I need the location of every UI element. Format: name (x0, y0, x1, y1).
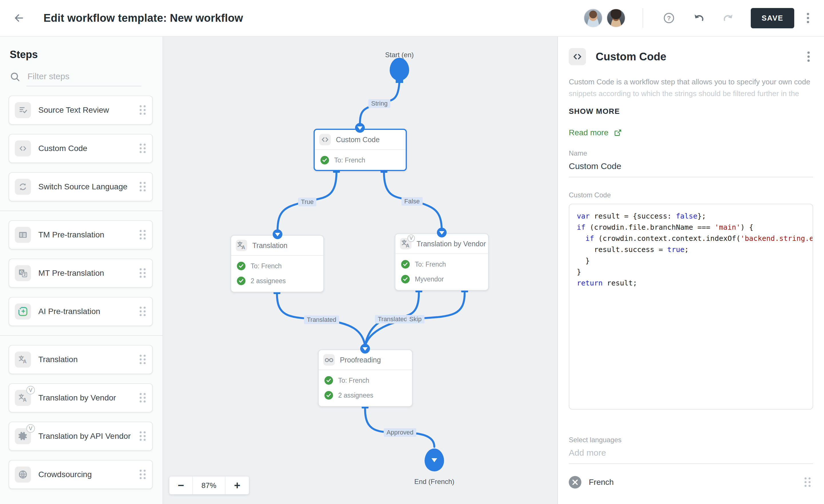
description-line: snippets according to which the strings … (569, 88, 813, 100)
node-title: Translation by Vendor (417, 240, 486, 248)
code-line: if (crowdin.file.branchName === 'main') … (577, 222, 805, 233)
node-row-text: 2 assignees (338, 392, 373, 399)
name-input[interactable] (569, 160, 813, 177)
help-button[interactable]: ? (658, 7, 680, 29)
edge-label-string: String (368, 99, 390, 108)
drag-handle-icon[interactable] (140, 105, 146, 115)
edge-proofreading-approved (365, 409, 434, 447)
check-circle-icon (324, 376, 333, 385)
redo-button[interactable] (718, 7, 739, 29)
workflow-canvas[interactable]: Start (en) End (French) String True Fals… (163, 36, 557, 504)
step-card-crowdsourcing[interactable]: Crowdsourcing (9, 460, 153, 489)
code-line: if (crowdin.context.context.indexOf('bac… (577, 233, 805, 244)
drag-handle-icon[interactable] (140, 268, 146, 278)
node-row-text: Myvendor (415, 276, 444, 283)
node-row-text: To: French (334, 157, 366, 164)
start-node[interactable] (390, 58, 409, 81)
code-icon (15, 140, 31, 157)
read-more-label: Read more (569, 128, 609, 137)
steps-sidebar: Steps Source Text ReviewCustom CodeSwitc… (0, 36, 163, 504)
step-group-divider (0, 335, 163, 336)
read-more-link[interactable]: Read more (569, 128, 622, 137)
step-card-mt-pre-translation[interactable]: GMT Pre-translation (9, 259, 153, 288)
end-node[interactable] (425, 448, 444, 471)
save-button[interactable]: SAVE (751, 8, 794, 28)
node-input-pin[interactable] (355, 123, 365, 133)
more-options-button[interactable] (807, 13, 809, 23)
step-card-custom-code[interactable]: Custom Code (9, 134, 153, 163)
filter-steps-input[interactable] (26, 69, 141, 86)
collaborator-avatar[interactable] (607, 9, 625, 27)
external-link-icon (613, 128, 622, 137)
list-check-icon (15, 102, 31, 118)
step-card-translation[interactable]: ATranslation (9, 345, 153, 374)
step-label: AI Pre-translation (38, 307, 100, 316)
node-input-pin[interactable] (360, 344, 370, 354)
description-line: Custom Code is a workflow step that allo… (569, 76, 813, 88)
toolbar-divider (643, 8, 643, 28)
edge-label-translated: Translated (375, 315, 410, 323)
step-card-translation-by-vendor[interactable]: AVTranslation by Vendor (9, 383, 153, 412)
node-title: Proofreading (340, 356, 381, 364)
node-title: Translation (252, 241, 288, 250)
check-circle-icon (324, 391, 333, 400)
node-input-pin[interactable] (273, 229, 282, 239)
node-custom-code[interactable]: Custom CodeTo: French (314, 129, 407, 171)
undo-icon (693, 12, 705, 24)
node-row-text: To: French (338, 377, 370, 384)
topbar: Edit workflow template: New workflow ? S (0, 0, 824, 36)
step-card-switch-source-language[interactable]: Switch Source Language (9, 172, 153, 201)
edge-label-approved: Approved (384, 428, 416, 437)
show-more-button[interactable]: SHOW MORE (569, 107, 620, 116)
code-icon (569, 48, 586, 65)
collaborator-avatar[interactable] (584, 9, 603, 27)
node-header: Custom Code (315, 130, 406, 150)
code-line: } (577, 266, 805, 278)
check-circle-icon (401, 275, 410, 284)
svg-text:A: A (23, 397, 27, 403)
node-translation[interactable]: ATranslationTo: French2 assignees (231, 235, 324, 292)
canvas-zoom-control: − 87% + (169, 477, 249, 494)
drag-handle-icon[interactable] (140, 431, 146, 441)
end-node-label: End (French) (414, 478, 454, 486)
node-input-pin[interactable] (437, 228, 447, 237)
drag-handle-icon[interactable] (140, 307, 146, 316)
drag-handle-icon[interactable] (805, 477, 811, 487)
tm-card-icon (15, 227, 31, 243)
code-line: return result; (577, 278, 805, 289)
node-body: To: French2 assignees (319, 370, 412, 403)
vendor-badge: V (26, 424, 35, 433)
node-body: To: French2 assignees (231, 256, 323, 288)
drag-handle-icon[interactable] (140, 355, 146, 365)
drag-handle-icon[interactable] (140, 470, 146, 479)
step-card-translation-by-api-vendor[interactable]: VTranslation by API Vendor (9, 422, 153, 451)
step-card-tm-pre-translation[interactable]: TM Pre-translation (9, 220, 153, 249)
undo-button[interactable] (688, 7, 710, 29)
add-language-input[interactable] (569, 447, 813, 464)
workflow-editor-app: Edit workflow template: New workflow ? S (0, 0, 824, 504)
step-card-ai-pre-translation[interactable]: AI Pre-translation (9, 297, 153, 326)
selected-language-row: French (569, 473, 813, 492)
drag-handle-icon[interactable] (140, 393, 146, 403)
vendor-badge: V (26, 386, 35, 394)
remove-language-button[interactable] (569, 476, 581, 489)
zoom-out-button[interactable]: − (169, 477, 193, 494)
panel-options-button[interactable] (807, 52, 810, 62)
select-languages-label: Select languages (569, 436, 813, 444)
node-status-row: To: French (315, 153, 406, 168)
step-card-source-text-review[interactable]: Source Text Review (9, 96, 153, 125)
node-translation-by-vendor[interactable]: AVTranslation by VendorTo: FrenchMyvendo… (395, 233, 489, 291)
step-label: Translation by Vendor (38, 393, 116, 402)
drag-handle-icon[interactable] (140, 230, 146, 240)
custom-code-editor[interactable]: var result = {success: false};if (crowdi… (569, 204, 813, 410)
drag-handle-icon[interactable] (140, 143, 146, 153)
node-proofreading[interactable]: ProofreadingTo: French2 assignees (318, 349, 413, 407)
workflow-edges (163, 36, 557, 504)
back-button[interactable] (7, 7, 30, 29)
code-line: var result = {success: false}; (577, 210, 805, 222)
zoom-in-button[interactable]: + (225, 477, 249, 494)
edge-label-false: False (401, 197, 423, 206)
drag-handle-icon[interactable] (140, 182, 146, 192)
node-row-text: To: French (415, 261, 446, 268)
step-group-divider (0, 210, 163, 211)
